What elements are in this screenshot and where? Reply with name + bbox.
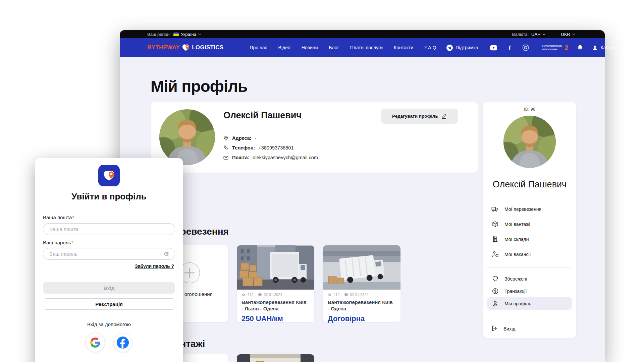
nav-link-paid[interactable]: Платні послуги bbox=[350, 45, 383, 50]
social-login-buttons bbox=[35, 333, 183, 352]
notification-bell-icon[interactable] bbox=[577, 45, 583, 51]
sidebar-item-saved[interactable]: Збережені bbox=[487, 273, 572, 285]
sidebar-item-my-vacancies[interactable]: Мої вакансії bbox=[483, 247, 576, 262]
sidebar-item-my-warehouses[interactable]: Мої склади bbox=[483, 232, 576, 247]
cabinet-label: Кабінет bbox=[600, 45, 617, 50]
required-mark: * bbox=[71, 240, 73, 245]
profile-avatar bbox=[159, 109, 215, 165]
truck-icon bbox=[491, 205, 499, 213]
modal-brand-logo bbox=[98, 165, 120, 186]
listing-card[interactable]: 412 02.01.2024 Вантажоперевезення Київ -… bbox=[323, 245, 400, 322]
clock-icon bbox=[258, 293, 262, 297]
transactions-icon bbox=[491, 288, 499, 295]
forgot-password-link[interactable]: Забули пароль ? bbox=[135, 263, 174, 269]
free-ads-line2: оголошень: bbox=[542, 48, 562, 51]
free-ads-counter[interactable]: Безкоштовних оголошень: 2 bbox=[542, 44, 569, 52]
chevron-down-icon bbox=[198, 32, 201, 35]
currency-label: Валюта: bbox=[512, 32, 529, 37]
facebook-icon[interactable]: f bbox=[509, 45, 511, 51]
sidebar-menu-secondary: Збережені Транзакції Мій профіль bbox=[483, 273, 576, 310]
brand-name-part2: LOGISTICS bbox=[192, 44, 223, 51]
sidebar-item-my-transports[interactable]: Мої перевезення bbox=[483, 201, 576, 217]
telegram-support-icon bbox=[446, 45, 453, 51]
vacancies-icon bbox=[491, 251, 499, 258]
nav-link-faq[interactable]: F.A.Q bbox=[424, 45, 436, 50]
profile-sidebar: ID: 96 Ол bbox=[483, 102, 576, 338]
free-ads-line1: Безкоштовних bbox=[542, 44, 562, 48]
phone-icon bbox=[223, 145, 229, 151]
facebook-icon[interactable] bbox=[113, 333, 132, 352]
listing-card[interactable]: 412 02.01.2024 Вантажоперевезення Київ -… bbox=[237, 245, 314, 322]
person-icon bbox=[491, 300, 499, 307]
login-title: Увійти в профіль bbox=[35, 191, 183, 202]
sidebar-item-my-profile[interactable]: Мій профіль bbox=[487, 297, 572, 310]
youtube-icon[interactable] bbox=[490, 44, 497, 52]
support-button[interactable]: Підтримка bbox=[446, 45, 478, 51]
location-pin-icon bbox=[223, 135, 229, 141]
nav-links: Про нас Відео Новини Блог Платні послуги… bbox=[250, 45, 436, 50]
top-utility-bar: Ваш регіон: Україна Валюта: UAH UKR bbox=[120, 30, 605, 38]
nav-link-about[interactable]: Про нас bbox=[250, 45, 267, 50]
profile-summary-card: Олексій Пашевич Редагувати профіль Адрес… bbox=[151, 102, 478, 173]
register-button[interactable]: Реєстрація bbox=[43, 298, 175, 310]
nav-right-cluster: Підтримка f Безкоштовних оголошень: 2 bbox=[436, 44, 617, 52]
date-badge: 02.01.2024 bbox=[344, 293, 368, 297]
logout-button[interactable]: Вихід bbox=[487, 323, 561, 335]
heart-icon bbox=[491, 275, 499, 282]
currency-selector[interactable]: UAH bbox=[531, 32, 545, 37]
login-button[interactable]: Вхід bbox=[43, 282, 175, 294]
ukraine-flag-icon bbox=[173, 33, 179, 36]
listing-card[interactable] bbox=[237, 354, 314, 362]
required-mark: * bbox=[72, 215, 74, 220]
free-ads-count: 2 bbox=[565, 44, 568, 52]
field-address: Адреса: - bbox=[223, 135, 318, 141]
edit-pencil-icon bbox=[441, 113, 447, 119]
views-badge: 412 bbox=[241, 293, 253, 297]
views-badge: 412 bbox=[328, 293, 339, 297]
language-selector[interactable]: UKR bbox=[561, 32, 575, 37]
region-selector[interactable]: Україна bbox=[171, 32, 201, 37]
chevron-down-icon bbox=[542, 32, 545, 35]
brand-logo[interactable]: BYTHEWAY LOGISTICS bbox=[147, 43, 224, 52]
email-label: Ваша пошта* bbox=[43, 215, 74, 220]
password-field[interactable] bbox=[43, 248, 175, 260]
warehouse-icon bbox=[491, 236, 499, 243]
nav-link-blog[interactable]: Блог bbox=[329, 45, 339, 50]
nav-link-video[interactable]: Відео bbox=[278, 45, 290, 50]
password-label: Ваш пароль* bbox=[43, 240, 73, 245]
currency-value: UAH bbox=[531, 32, 540, 37]
heart-pin-logo-icon bbox=[102, 169, 116, 182]
sidebar-divider bbox=[487, 267, 572, 267]
nav-link-news[interactable]: Новини bbox=[302, 45, 318, 50]
listing-photo-warehouse bbox=[237, 354, 314, 362]
sidebar-item-my-cargo[interactable]: Мої вантажі bbox=[483, 217, 576, 232]
clock-icon bbox=[344, 293, 348, 297]
instagram-icon[interactable] bbox=[522, 44, 529, 51]
sidebar-menu-primary: Мої перевезення Мої вантажі Мої склади bbox=[483, 201, 576, 262]
cabinet-button[interactable]: Кабінет bbox=[592, 45, 617, 51]
eye-icon[interactable] bbox=[163, 251, 170, 259]
social-login-label: Вхід за допомогою bbox=[35, 321, 183, 327]
support-label: Підтримка bbox=[455, 45, 478, 50]
eye-icon bbox=[241, 293, 246, 297]
google-icon[interactable] bbox=[86, 333, 105, 352]
region-label: Ваш регіон: bbox=[147, 32, 171, 37]
page-content: Мій профіль bbox=[120, 57, 605, 362]
region-value: Україна bbox=[181, 32, 196, 37]
field-email: Пошта: oleksiypashevych@gmail.com bbox=[223, 155, 318, 161]
chevron-down-icon bbox=[572, 32, 575, 35]
heart-pin-logo-icon bbox=[181, 43, 190, 52]
nav-link-contacts[interactable]: Контакти bbox=[394, 45, 413, 50]
listing-price: Договірна bbox=[328, 314, 396, 323]
email-field[interactable] bbox=[43, 223, 175, 235]
user-icon bbox=[592, 45, 598, 51]
package-icon bbox=[491, 221, 499, 228]
listing-title: Вантажоперевезення Київ - Одеса bbox=[328, 299, 396, 312]
date-badge: 02.01.2024 bbox=[258, 293, 282, 297]
edit-profile-button[interactable]: Редагувати профіль bbox=[381, 109, 458, 124]
user-id: ID: 96 bbox=[483, 107, 576, 112]
listing-photo-truck-street bbox=[237, 245, 314, 290]
envelope-icon bbox=[223, 155, 229, 161]
profile-fields: Адреса: - Телефон: +380993738801 Пошта: … bbox=[223, 135, 318, 161]
sidebar-item-transactions[interactable]: Транзакції bbox=[487, 285, 572, 297]
